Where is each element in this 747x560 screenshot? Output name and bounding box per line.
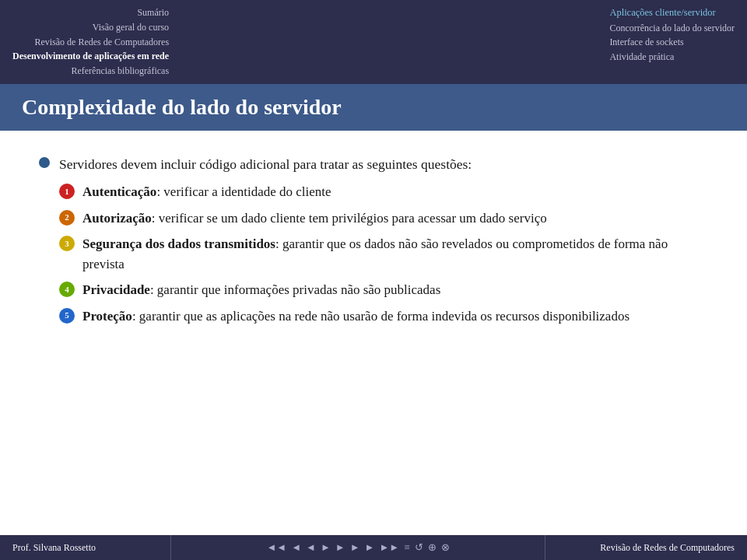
nav-icon-zoom-in[interactable]: ⊕ <box>428 541 437 554</box>
sub-list-item: 1Autenticação: verificar a identidade do… <box>59 182 708 202</box>
page-title: Complexidade do lado do servidor <box>22 95 725 120</box>
nav-right-item: Atividade prática <box>609 51 674 64</box>
sub-list: 1Autenticação: verificar a identidade do… <box>59 182 708 326</box>
num-badge: 1 <box>59 184 75 199</box>
num-badge: 5 <box>59 308 75 324</box>
num-badge: 2 <box>59 210 75 226</box>
nav-right-item: Concorrência do lado do servidor <box>609 22 735 35</box>
nav-icon-8[interactable]: ►► <box>379 541 399 554</box>
title-bar: Complexidade do lado do servidor <box>0 84 747 131</box>
nav-icon-menu[interactable]: ≡ <box>404 541 409 554</box>
main-bullet-section: Servidores devem incluir código adiciona… <box>39 154 708 326</box>
sub-item-text: Privacidade: garantir que informações pr… <box>82 280 440 300</box>
num-badge: 4 <box>59 282 75 297</box>
num-badge: 3 <box>59 236 75 251</box>
nav-icon-7[interactable]: ► <box>365 541 375 554</box>
nav-left-item: Referências bibliográficas <box>71 65 169 78</box>
nav-icon-5[interactable]: ► <box>335 541 345 554</box>
nav-right: Aplicações cliente/servidorConcorrência … <box>586 6 735 64</box>
header-nav: SumárioVisão geral do cursoRevisão de Re… <box>0 0 747 84</box>
nav-left: SumárioVisão geral do cursoRevisão de Re… <box>12 6 169 78</box>
nav-right-item: Interface de sockets <box>609 36 683 49</box>
nav-icon-4[interactable]: ► <box>321 541 331 554</box>
main-bullet-icon <box>39 157 50 168</box>
sub-list-item: 3Segurança dos dados transmitidos: garan… <box>59 234 708 274</box>
nav-icon-refresh[interactable]: ↺ <box>415 541 423 554</box>
nav-icon-1[interactable]: ◄◄ <box>266 541 286 554</box>
sub-item-text: Segurança dos dados transmitidos: garant… <box>82 234 708 274</box>
nav-left-item: Desenvolvimento de aplicações em rede <box>12 50 169 63</box>
footer: Prof. Silvana Rossetto ◄◄ ◄ ◄ ► ► ► ► ►►… <box>0 535 747 560</box>
main-bullet-text: Servidores devem incluir código adiciona… <box>59 154 708 326</box>
nav-icon-6[interactable]: ► <box>350 541 360 554</box>
nav-icon-3[interactable]: ◄ <box>306 541 316 554</box>
footer-center-icons: ◄◄ ◄ ◄ ► ► ► ► ►► ≡ ↺ ⊕ ⊗ <box>171 541 545 554</box>
nav-right-item: Aplicações cliente/servidor <box>609 6 715 20</box>
sub-item-text: Proteção: garantir que as aplicações na … <box>82 306 630 327</box>
footer-right-text: Revisão de Redes de Computadores <box>545 535 747 560</box>
main-content: Servidores devem incluir código adiciona… <box>0 131 747 560</box>
nav-icon-2[interactable]: ◄ <box>291 541 301 554</box>
page-wrapper: SumárioVisão geral do cursoRevisão de Re… <box>0 0 747 560</box>
nav-left-item: Revisão de Redes de Computadores <box>34 36 169 49</box>
sub-item-text: Autorização: verificar se um dado client… <box>82 208 547 229</box>
nav-left-item: Sumário <box>137 6 169 19</box>
nav-icon-zoom-out[interactable]: ⊗ <box>441 541 450 554</box>
sub-list-item: 4Privacidade: garantir que informações p… <box>59 280 708 300</box>
footer-left-text: Prof. Silvana Rossetto <box>0 535 171 560</box>
sub-list-item: 2Autorização: verificar se um dado clien… <box>59 208 708 229</box>
sub-list-item: 5Proteção: garantir que as aplicações na… <box>59 306 708 327</box>
sub-item-text: Autenticação: verificar a identidade do … <box>82 182 331 202</box>
nav-left-item: Visão geral do curso <box>93 21 169 34</box>
